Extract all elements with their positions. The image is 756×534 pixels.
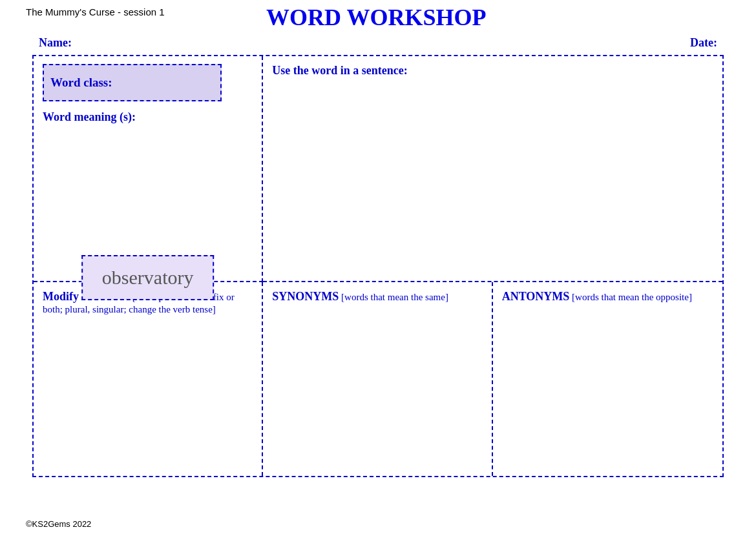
top-left-section: Word class: Word meaning (s): observator… bbox=[34, 56, 263, 282]
bottom-left-section: Modify the word: [add a prefix or a suff… bbox=[34, 282, 263, 476]
main-grid: Word class: Word meaning (s): observator… bbox=[32, 55, 724, 477]
page-container: The Mummy's Curse - session 1 WORD WORKS… bbox=[0, 0, 756, 534]
center-word: observatory bbox=[102, 267, 194, 288]
header-row: The Mummy's Curse - session 1 WORD WORKS… bbox=[26, 6, 730, 31]
date-label: Date: bbox=[690, 36, 717, 50]
copyright: ©KS2Gems 2022 bbox=[26, 519, 91, 529]
sentence-label: Use the word in a sentence: bbox=[272, 64, 407, 77]
bottom-right-section: ANTONYMS [words that mean the opposite] bbox=[493, 282, 722, 476]
subtitle: The Mummy's Curse - session 1 bbox=[26, 6, 165, 17]
synonyms-label-normal: [words that mean the same] bbox=[339, 292, 448, 302]
center-word-box: observatory bbox=[81, 255, 215, 300]
antonyms-label: ANTONYMS [words that mean the opposite] bbox=[502, 290, 713, 303]
footer: ©KS2Gems 2022 bbox=[26, 519, 91, 529]
word-center-container: observatory bbox=[81, 255, 215, 300]
word-class-label: Word class: bbox=[50, 76, 112, 89]
name-date-row: Name: Date: bbox=[26, 36, 730, 50]
bottom-middle-section: SYNONYMS [words that mean the same] bbox=[263, 282, 492, 476]
main-title: WORD WORKSHOP bbox=[165, 4, 588, 31]
antonyms-label-normal: [words that mean the opposite] bbox=[569, 292, 692, 302]
synonyms-label: SYNONYMS [words that mean the same] bbox=[272, 290, 482, 303]
word-meaning-label: Word meaning (s): bbox=[43, 110, 253, 124]
name-label: Name: bbox=[39, 36, 72, 50]
synonyms-label-bold: SYNONYMS bbox=[272, 290, 339, 303]
word-class-box: Word class: bbox=[43, 64, 222, 101]
top-right-section: Use the word in a sentence: bbox=[263, 56, 722, 282]
antonyms-label-bold: ANTONYMS bbox=[502, 290, 570, 303]
